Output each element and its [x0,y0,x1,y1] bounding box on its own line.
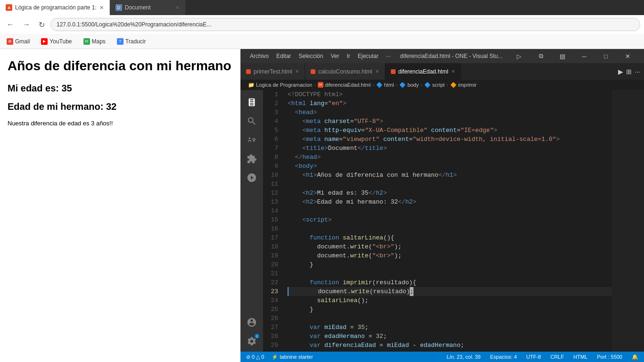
tab-label-primertest: primerTest.html [254,68,292,75]
code-line[interactable] [288,269,612,278]
explorer-icon[interactable] [243,94,260,111]
code-line[interactable]: <title>Document</title> [288,144,612,153]
code-line[interactable]: <script> [288,215,612,224]
menu-ir[interactable]: Ir [343,49,354,63]
code-body[interactable]: 1234567891011121314151617181920212223242… [263,90,612,352]
close-button[interactable]: ✕ [617,49,638,63]
menu-more[interactable]: ··· [382,49,395,63]
browser-nav-bar: ← → ↻ [0,15,644,34]
code-token: (resultado) [370,287,410,296]
settings-icon[interactable]: 1 [243,333,260,350]
code-line[interactable]: saltarLinea(); [288,296,612,305]
account-icon[interactable] [243,314,260,331]
code-token [380,135,383,144]
code-line[interactable]: var miEdad = 35; [288,323,612,332]
breadcrumb-html[interactable]: 🔷 html [376,82,394,88]
overflow-icon[interactable]: ··· [635,68,640,75]
menu-ver[interactable]: Ver [327,49,343,63]
tab-primertest[interactable]: primerTest.html ✕ [240,63,305,80]
browser-tab-close-inactive[interactable]: ✕ [175,5,180,11]
code-line[interactable]: <html lang="en"> [288,99,612,108]
line-number: 22 [263,278,278,287]
code-line[interactable]: <h2>Mi edad es: 35</h2> [288,189,612,197]
tab-close-calculoconsumo[interactable]: ✕ [375,69,379,74]
layout-button[interactable]: ▤ [552,49,573,63]
code-line[interactable]: <h2>Edad de mi hermano: 32</h2> [288,197,612,206]
status-encoding[interactable]: UTF-8 [524,354,543,360]
code-lines[interactable]: <!DOCTYPE html><html lang="en"> <head> <… [284,90,612,352]
code-line[interactable]: <meta charset="UTF-8"> [288,117,612,126]
breadcrumb-imprimir[interactable]: 🔶 imprimir [450,82,477,88]
status-language[interactable]: HTML [571,354,589,360]
status-eol[interactable]: CRLF [548,354,566,360]
code-line[interactable]: } [288,305,612,314]
extensions-icon[interactable] [243,150,260,167]
code-token: http-equiv [321,126,361,135]
back-button[interactable]: ← [4,18,17,31]
code-line[interactable]: </head> [288,153,612,162]
menu-ejecutar[interactable]: Ejecutar [354,49,382,63]
run-icon[interactable]: ▶ [618,68,623,75]
code-line[interactable] [288,180,612,189]
status-spaces[interactable]: Espacios: 4 [488,354,519,360]
code-line[interactable]: <!DOCTYPE html> [288,90,612,99]
menu-archivo[interactable]: Archivo [246,49,272,63]
code-line[interactable]: var diferenciaEdad = miEdad - edadHerman… [288,341,612,350]
search-icon[interactable] [243,113,260,130]
forward-button[interactable]: → [20,18,33,31]
breadcrumb-body[interactable]: 🔷 body [399,82,419,88]
code-line[interactable]: <meta http-equiv="X-UA-Compatible" conte… [288,126,612,135]
debug-icon[interactable] [243,169,260,186]
tab-close-diferenciaedad[interactable]: ✕ [451,69,455,74]
bookmark-youtube[interactable]: ▶ YouTube [38,37,74,46]
tab-diferenciaedad[interactable]: diferenciaEdad.html ✕ [385,63,461,80]
minimize-button[interactable]: ─ [573,49,595,63]
webpage-h2-1: Mi edad es: 35 [8,83,233,94]
breadcrumb-file[interactable]: H diferenciaEdad.html [318,82,371,88]
code-token: > [383,189,387,197]
maximize-button[interactable]: □ [595,49,617,63]
status-port[interactable]: Port : 5500 [595,354,624,360]
split-editor-button[interactable]: ⧉ [530,49,552,63]
browser-tab-close[interactable]: ✕ [99,5,104,11]
code-line[interactable]: <h1>Años de diferencia con mi hermano</h… [288,171,612,180]
browser-tab-inactive[interactable]: D Document ✕ [110,0,185,15]
tab-close-primertest[interactable]: ✕ [295,69,299,74]
code-line[interactable] [288,224,612,233]
code-line[interactable]: function imprimir(resultado){ [288,278,612,287]
browser-tab-active[interactable]: a Lógica de programación parte 1: ✕ [0,0,110,15]
code-line[interactable]: function saltarLinea(){ [288,233,612,242]
code-line[interactable]: <body> [288,162,612,171]
bookmark-maps[interactable]: M Maps [81,37,108,46]
address-bar[interactable] [50,18,640,31]
code-line[interactable]: var edadHermano = 32; [288,332,612,341]
code-editor[interactable]: 1234567891011121314151617181920212223242… [263,90,612,352]
menu-editar[interactable]: Editar [272,49,295,63]
line-number: 8 [263,153,278,162]
status-tabnine[interactable]: ⚡ tabnine starter [270,354,314,360]
breadcrumb-folder[interactable]: 📁 Logica de Programacion [248,82,312,88]
code-token: ); [394,251,402,260]
status-errors[interactable]: ⊘ 0 △ 0 [244,354,266,360]
bookmark-traducir[interactable]: T Traducir [114,37,149,46]
code-line[interactable]: document.write("<br>"); [288,251,612,260]
code-line[interactable]: document.write(resultado); [288,287,612,296]
code-line[interactable]: } [288,260,612,269]
code-line[interactable] [288,206,612,215]
run-button[interactable]: ▷ [508,49,530,63]
bookmark-gmail[interactable]: G Gmail [4,37,33,46]
status-notification[interactable]: 🔔 [630,354,640,360]
code-line[interactable] [288,314,612,323]
code-token: ; [410,287,413,296]
code-line[interactable]: <head> [288,108,612,117]
source-control-icon[interactable] [243,132,260,148]
layout-split-icon[interactable]: ⊞ [626,68,632,75]
menu-seleccion[interactable]: Selección [295,49,327,63]
code-line[interactable]: <meta name="viewport" content="width=dev… [288,135,612,144]
code-token: > [328,215,332,224]
status-line-col[interactable]: Lín. 23, col. 39 [445,354,482,360]
tab-calculoconsumo[interactable]: calculoConsumo.html ✕ [305,63,385,80]
code-line[interactable]: document.write("<br>"); [288,242,612,251]
reload-button[interactable]: ↻ [36,18,48,31]
breadcrumb-script[interactable]: 🔷 script [424,82,445,88]
